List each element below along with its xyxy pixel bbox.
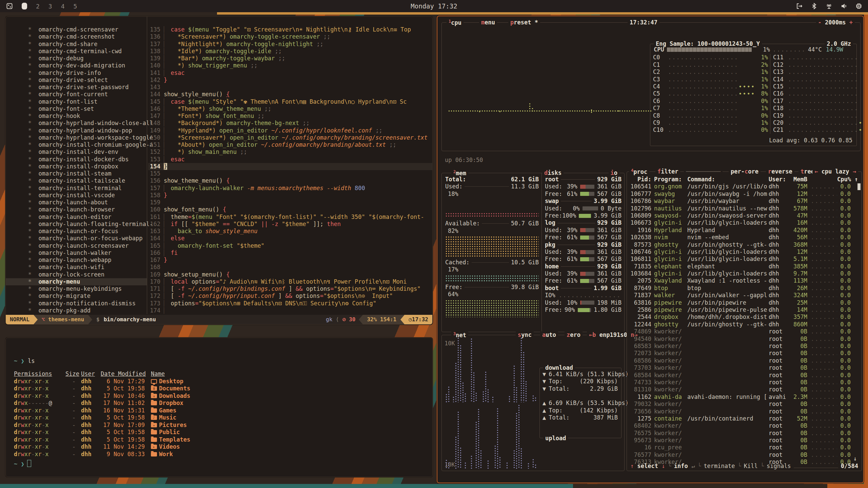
code-line[interactable]: 156show_theme_menu() { [148,177,432,184]
file-list-item[interactable]: * omarchy-install-dev-env [6,148,147,156]
process-box[interactable]: 4proc filter ────────── per-core reverse… [627,171,862,471]
process-row[interactable]: 76577kworker/root0B.........0.0 [628,451,860,459]
code-line[interactable]: 153▏ esac [148,156,432,163]
file-list-item[interactable]: * omarchy-launch-or-focus-webapp [6,235,147,242]
process-row[interactable]: 106673glycin-i/usr/lib/glycin-loadersdhh… [628,219,860,226]
file-list-item[interactable]: * omarchy-cmd-share [6,41,147,48]
code-line[interactable]: 143 [148,84,432,91]
file-list-item[interactable]: * omarchy-dev-add-migration [6,62,147,69]
cpu-tab[interactable]: 1cpu [447,19,463,26]
code-line[interactable]: 150▏ *Screensaver*) open_in_editor ~/.co… [148,134,432,141]
file-list-item[interactable]: * omarchy-hyprland-workspace-toggle [6,134,147,141]
file-list-item[interactable]: * omarchy-launch-about [6,199,147,206]
proc-sort-selector[interactable]: ← cpu lazy → [812,168,858,175]
process-row[interactable]: 106786waybar/usr/bin/waybardhh67M.......… [628,198,860,205]
process-row[interactable]: 68586kworker/root0B.........0.0 [628,357,860,364]
code-line[interactable]: 138▏ *Idle*) omarchy-toggle-idle ;; [148,48,432,55]
file-list-item[interactable]: * omarchy-notification-dismiss [6,300,147,307]
process-row[interactable]: 106809swayosd-/usr/bin/swayosd-serverdhh… [628,212,860,219]
code-line[interactable]: 162▏ if [[ "$theme" == "CNCLD" || -z "$t… [148,221,432,228]
code-line[interactable]: 142} [148,77,432,84]
process-row[interactable]: 106541org.gnom/usr/bin/gjs /usr/lib/odhh… [628,183,860,190]
terminal-window[interactable]: ~ ❯ ls PermissionsSizeUserDate ModifiedN… [5,338,433,477]
file-list-item[interactable]: * omarchy-drive-set-password [6,84,147,91]
code-line[interactable]: 169show_setup_menu() { [148,271,432,278]
process-row[interactable]: 73656kworker/root0B.........0.0 [628,408,860,415]
process-row[interactable]: 1275containe/usr/bin/containerdroot52M..… [628,415,860,422]
file-list-item[interactable]: * omarchy-hyprland-window-pop [6,127,147,134]
process-row[interactable]: 2544dropbox/home/dhh/.dropbox-distdhh357… [628,313,860,321]
code-line[interactable]: 151▏ *About*) open_in_editor ~/.config/o… [148,141,432,148]
disks-label[interactable]: disks [542,169,564,176]
file-list-item[interactable]: * omarchy-cmd-terminal-cwd [6,48,147,55]
process-row[interactable]: 71837walker/usr/bin/walker --gappldhh324… [628,292,860,299]
shell-prompt-empty[interactable]: ~ ❯ [14,460,31,468]
file-list-item[interactable]: * omarchy-install-dropbox [6,163,147,170]
code-line[interactable]: 144show_style_menu() { [148,91,432,98]
process-row[interactable]: 63816pipewire/usr/bin/pipewiredhh25M....… [628,299,860,306]
process-row[interactable]: 68402kworker/root0B.........0.0 [628,422,860,429]
code-line[interactable]: 155 [148,170,432,177]
code-line[interactable]: 152▏ *) show_main_menu ;; [148,148,432,156]
process-row[interactable]: 16rcu_preeroot0B.........0.0 [628,444,860,451]
file-list-item[interactable]: * omarchy-install-steam [6,170,147,177]
code-line[interactable]: 167} [148,257,432,264]
process-row[interactable]: 74733kworker/root0B.........0.0 [628,379,860,386]
code-line[interactable]: 161▏ theme=$(menu "Font" "$(omarchy-font… [148,214,432,221]
proc-filter-button[interactable]: filter [655,168,680,175]
file-list-item[interactable]: * omarchy-launch-wifi [6,264,147,271]
process-row[interactable]: 76575kworker/root0B.........0.0 [628,430,860,437]
code-line[interactable]: 157▏ omarchy-launch-walker -m menus:omar… [148,185,432,192]
file-list-item[interactable]: * omarchy-menu [6,278,147,285]
process-row[interactable]: 72073kworker/root0B.........0.0 [628,350,860,357]
process-row[interactable]: 102796nautilus/usr/bin/nautilus --newdhh… [628,205,860,212]
code-line[interactable]: 166▏ fi [148,249,432,257]
proc-reverse-toggle[interactable]: reverse [766,168,794,175]
code-line[interactable]: 171▏ [ -f ~/.config/hypr/bindings.conf ]… [148,285,432,292]
file-list-item[interactable]: * omarchy-drive-select [6,77,147,84]
net-zero-toggle[interactable]: zero [565,331,583,338]
file-list-item[interactable]: * omarchy-font-current [6,91,147,98]
code-line[interactable]: 149▏ *Hyprland*) open_in_editor ~/.confi… [148,127,432,134]
code-line[interactable]: 173▏ options="$options\n⊞ Defaults\n⊡ DN… [148,300,432,307]
menu-button[interactable]: menu [479,19,497,26]
bluetooth-icon[interactable] [810,2,818,10]
code-line[interactable]: 147▏ *Font*) show_font_menu ;; [148,113,432,120]
file-list-item[interactable]: * omarchy-install-chromium-google-a [6,141,147,148]
volume-icon[interactable] [840,2,848,10]
code-line[interactable]: 160show_font_menu() { [148,206,432,213]
file-list-item[interactable]: * omarchy-hook [6,113,147,120]
btop-window[interactable]: 1cpu menu preset * 17:32:47 - 2000ms + E… [437,16,864,483]
memory-box[interactable]: 2mem disks io Total:62.1 GiBUsed:11.3 Gi… [441,173,625,332]
code-line[interactable]: 164▏ else [148,235,432,242]
process-row[interactable]: 106746glycin-i/usr/lib/glycin-loadersdhh… [628,248,860,256]
process-row[interactable]: 2586pipewire/usr/bin/pipewire-pulsedhh14… [628,306,860,313]
file-list-item[interactable]: * omarchy-launch-or-focus [6,228,147,235]
code-line[interactable]: 172▏ [ -f ~/.config/hypr/input.conf ] &&… [148,292,432,300]
file-list-item[interactable]: * omarchy-install-tailscale [6,177,147,184]
process-row[interactable]: 74869kworker/root0B.........0.0 [628,328,860,335]
process-row[interactable]: 106777swaybg/usr/bin/swaybg -i /homdhh12… [628,190,860,198]
file-list-item[interactable]: * omarchy-menu-keybindings [6,285,147,292]
process-row[interactable]: 95673kworker/root0B.........0.0 [628,437,860,444]
file-list-pane[interactable]: * omarchy-cmd-screensaver* omarchy-cmd-s… [6,26,147,314]
file-list-item[interactable]: * omarchy-debug [6,55,147,62]
code-line[interactable]: 158} [148,192,432,199]
process-row[interactable]: 102638nvimnvim --embeddhh56M.........0.0 [628,234,860,241]
code-line[interactable]: 135▏ case $(menu "Toggle" "⊡ Screensaver… [148,26,432,33]
file-list-item[interactable]: * omarchy-launch-browser [6,206,147,213]
code-line[interactable]: 140▏ *) show_trigger_menu ;; [148,62,432,69]
code-line[interactable]: 154} [148,163,432,170]
file-list-item[interactable]: * omarchy-launch-floating-terminal- [6,221,147,228]
code-line[interactable]: 137▏ *Nightlight*) omarchy-toggle-nightl… [148,41,432,48]
process-row[interactable]: 68584kworker/root0B.........0.0 [628,372,860,379]
code-line[interactable]: 163▏ back_to show_style_menu [148,228,432,235]
process-row[interactable]: 87573ghostty/usr/bin/ghostty --gtk-dhh36… [628,241,860,248]
code-line[interactable]: 174▏ [148,307,432,314]
network-icon[interactable] [825,2,833,10]
file-list-item[interactable]: * omarchy-install-docker-dbs [6,156,147,163]
code-line[interactable]: 139▏ *Bar*) omarchy-toggle-waybar ;; [148,55,432,62]
file-list-item[interactable]: * omarchy-launch-editor [6,214,147,221]
code-line[interactable]: 165▏ omarchy-font-set "$theme" [148,242,432,249]
code-line[interactable]: 141▏ esac [148,69,432,77]
